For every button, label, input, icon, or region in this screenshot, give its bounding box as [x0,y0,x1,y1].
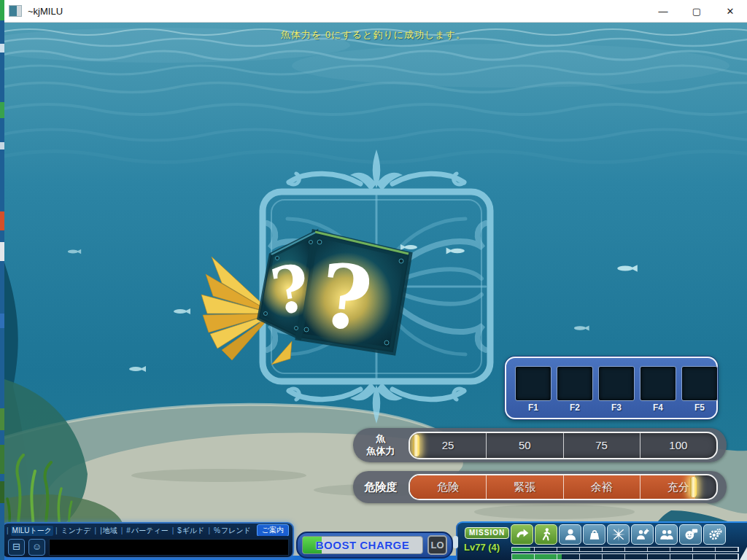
hp-tick: 100 [640,433,716,458]
level-label: Lv77 (4) [464,542,500,553]
app-icon [9,5,22,17]
chat-keyboard-icon[interactable]: ⊟ [8,539,25,556]
window-titlebar: ~kjMILU — ▢ ✕ [0,0,747,23]
character-icon[interactable] [559,524,581,545]
chat-tab-friend[interactable]: %フレンド [212,526,252,536]
return-arrow-icon[interactable] [511,524,533,545]
danger-panel: 危険度 危険 緊張 余裕 充分 [353,471,727,503]
exp-bar-bottom-fill [512,554,562,559]
hint-message: 魚体力を 0にすると釣りに成功します。 [281,28,466,42]
chat-tab-guild[interactable]: $ギルド [176,526,206,536]
walker-icon[interactable] [535,524,557,545]
chat-tab-minnade[interactable]: ミンナデ [60,526,93,536]
panel-collapse-handle[interactable] [453,536,458,548]
chat-tab-milu-talk[interactable]: MILUトーク [11,526,53,536]
desktop-edge-strip [0,0,4,560]
messenger-icon[interactable] [679,524,702,545]
chat-input[interactable] [49,539,289,556]
sparkle-icon[interactable] [607,524,630,545]
skill-slot-f3[interactable] [598,366,635,401]
danger-marker [690,477,697,497]
hp-tick: 50 [486,433,562,458]
skill-slot-f5[interactable] [681,366,718,401]
chat-tab-info[interactable]: ご案内 [257,524,289,536]
fish-hp-panel: 魚 魚体力 25 50 75 100 [353,428,727,462]
hp-tick: 75 [563,433,640,458]
bag-icon[interactable] [583,524,605,545]
close-button[interactable]: ✕ [713,0,747,22]
chat-tab-area[interactable]: |地域 [98,526,119,536]
add-friend-icon[interactable] [631,524,654,545]
tab-separator: | [7,526,9,534]
tab-separator: | [55,526,58,534]
exp-bar-bottom [511,553,739,560]
tab-separator: | [95,526,97,534]
fish-hp-bar: 25 50 75 100 [409,432,718,459]
boost-charge-gauge[interactable]: BOOST CHARGE [302,536,423,554]
tab-separator: | [172,526,174,534]
hp-tick: 25 [410,433,486,458]
status-menu-panel: MISSION Lv77 (4) [456,521,747,560]
danger-bar: 危険 緊張 余裕 充分 [409,474,718,500]
skill-slot-label: F2 [570,402,580,413]
window-title: ~kjMILU [28,6,63,17]
skill-slot-label: F5 [694,402,705,413]
fish-hp-label: 魚 魚体力 [353,433,409,457]
chat-panel: | MILUトーク | ミンナデ | |地域 | #パーティー | $ギルド |… [1,522,294,559]
maximize-button[interactable]: ▢ [680,0,713,22]
chat-tab-bar: | MILUトーク | ミンナデ | |地域 | #パーティー | $ギルド |… [3,524,293,536]
community-icon[interactable] [655,524,678,545]
danger-level: 緊張 [486,475,562,499]
tab-separator: | [121,526,123,534]
menu-icon-row [511,524,726,545]
skill-slot-f1[interactable] [515,366,551,401]
exp-bar-top [511,547,739,552]
mission-badge[interactable]: MISSION [465,527,509,539]
skill-slot-f2[interactable] [557,366,593,401]
settings-gear-icon[interactable] [703,524,726,545]
question-mark-large: ? [315,244,377,351]
danger-label: 危険度 [353,481,409,494]
chat-emote-icon[interactable]: ☺ [28,539,45,556]
danger-level: 余裕 [563,475,640,499]
danger-level: 充分 [640,475,716,499]
exp-bar-top-fill [512,548,530,551]
tab-separator: | [209,526,211,534]
danger-level: 危険 [410,475,486,499]
skill-slot-label: F1 [528,402,538,413]
boost-charge-label: BOOST CHARGE [303,537,422,553]
boost-charge-panel: BOOST CHARGE LO [296,532,453,559]
fish-hp-marker [413,435,419,456]
chat-tab-party[interactable]: #パーティー [125,526,169,536]
skill-slot-f4[interactable] [640,366,676,401]
skill-slot-label: F3 [611,402,622,413]
skill-slot-label: F4 [653,402,663,413]
lo-button[interactable]: LO [427,535,447,555]
minimize-button[interactable]: — [646,0,680,22]
skill-slot-panel: F1 F2 F3 F4 F5 [505,357,718,419]
